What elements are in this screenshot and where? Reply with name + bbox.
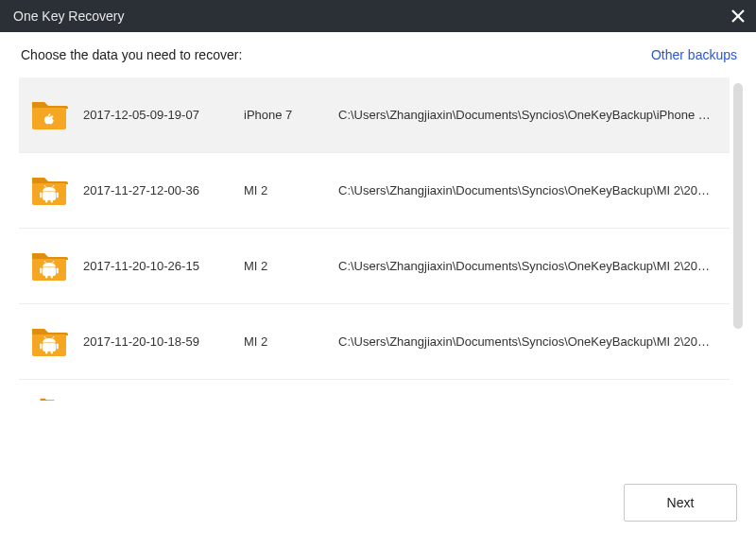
backup-device: MI 2	[244, 259, 338, 273]
partial-row	[28, 397, 66, 408]
folder-android-icon	[30, 326, 68, 358]
backup-date: 2017-11-20-10-18-59	[83, 334, 244, 349]
backup-row[interactable]: 2017-12-05-09-19-07iPhone 7C:\Users\Zhan…	[19, 77, 730, 153]
svg-rect-16	[43, 267, 56, 276]
backup-list-container: 2017-12-05-09-19-07iPhone 7C:\Users\Zhan…	[19, 77, 743, 408]
backup-row[interactable]: 2017-11-27-12-00-36MI 2C:\Users\Zhangjia…	[19, 153, 730, 229]
backup-row[interactable]: 2017-11-20-10-18-59MI 2C:\Users\Zhangjia…	[19, 304, 730, 380]
row-icon	[28, 250, 70, 283]
folder-apple-icon	[30, 99, 68, 131]
svg-rect-6	[43, 192, 56, 200]
backup-path: C:\Users\Zhangjiaxin\Documents\Syncios\O…	[338, 183, 718, 197]
header-row: Choose the data you need to recover: Oth…	[0, 32, 756, 70]
row-icon	[28, 326, 70, 358]
close-button[interactable]	[730, 8, 747, 25]
backup-device: MI 2	[244, 183, 338, 197]
close-icon	[731, 9, 745, 23]
row-icon	[28, 99, 70, 131]
backup-date: 2017-11-20-10-26-15	[83, 259, 244, 273]
svg-rect-28	[57, 343, 59, 349]
backup-list: 2017-12-05-09-19-07iPhone 7C:\Users\Zhan…	[19, 77, 730, 380]
svg-rect-19	[45, 275, 47, 279]
next-button[interactable]: Next	[624, 484, 737, 522]
svg-rect-26	[43, 343, 56, 351]
svg-rect-17	[40, 267, 42, 273]
row-icon	[28, 175, 70, 207]
svg-rect-30	[51, 351, 53, 354]
svg-rect-10	[51, 199, 53, 203]
backup-row[interactable]: 2017-11-20-10-26-15MI 2C:\Users\Zhangjia…	[19, 229, 730, 304]
svg-rect-9	[45, 199, 47, 203]
folder-android-icon	[30, 250, 68, 283]
other-backups-link[interactable]: Other backups	[651, 47, 737, 62]
svg-rect-7	[40, 192, 42, 197]
svg-rect-27	[40, 343, 42, 349]
folder-icon	[28, 397, 66, 408]
titlebar: One Key Recovery	[0, 0, 756, 32]
window-title: One Key Recovery	[13, 9, 125, 24]
svg-rect-29	[45, 351, 47, 354]
backup-device: iPhone 7	[244, 108, 338, 122]
prompt-text: Choose the data you need to recover:	[21, 47, 242, 62]
footer: Next	[624, 484, 737, 522]
backup-date: 2017-11-27-12-00-36	[83, 183, 244, 197]
backup-path: C:\Users\Zhangjiaxin\Documents\Syncios\O…	[338, 334, 718, 349]
backup-device: MI 2	[244, 334, 338, 349]
backup-path: C:\Users\Zhangjiaxin\Documents\Syncios\O…	[338, 259, 718, 273]
svg-rect-8	[57, 192, 59, 197]
svg-rect-20	[51, 275, 53, 279]
backup-path: C:\Users\Zhangjiaxin\Documents\Syncios\O…	[338, 108, 718, 122]
folder-android-icon	[30, 175, 68, 207]
scrollbar-thumb[interactable]	[733, 83, 743, 329]
svg-rect-18	[57, 267, 59, 273]
backup-date: 2017-12-05-09-19-07	[83, 108, 244, 122]
